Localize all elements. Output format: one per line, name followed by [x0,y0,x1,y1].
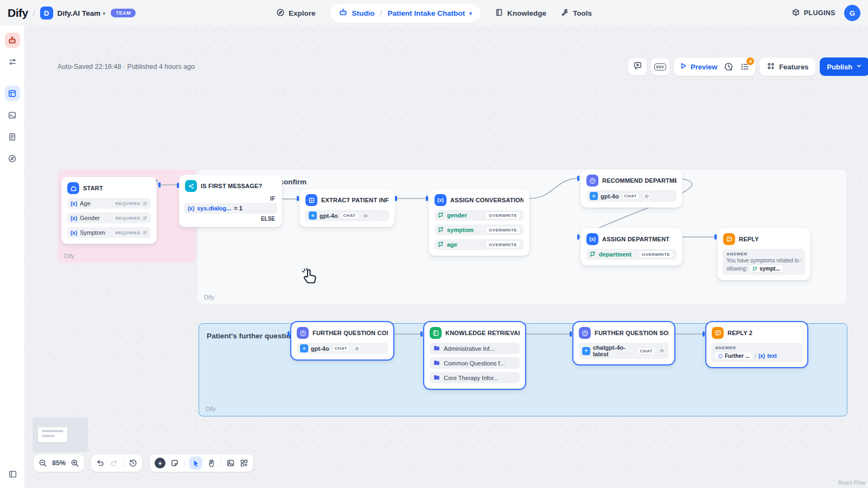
node-title: ASSIGN CONVERSATION VA [450,197,524,203]
assign-row[interactable]: symptom OVERWRITE [435,224,524,235]
chat-mode-badge: CHAT [637,348,655,355]
add-node-button[interactable]: + [155,458,165,468]
answer-preview[interactable]: ANSWER Further ... / (x) text [711,343,802,362]
publish-button[interactable]: Publish [820,57,868,76]
nav-tools[interactable]: Tools [560,8,592,18]
node-assign-department[interactable]: {x} ASSIGN DEPARTMENT department OVERWRI… [580,228,682,266]
nav-plugins[interactable]: PLUGINS [792,8,835,18]
pointer-tool[interactable] [189,457,202,470]
assign-row[interactable]: age OVERWRITE [435,239,524,250]
node-reply-2[interactable]: REPLY 2 ANSWER Further ... / (x) text [705,321,808,368]
features-button[interactable]: Features [760,57,815,76]
node-title: EXTRACT PATIENT INFO [321,197,389,203]
conversation-variable-icon [438,212,444,219]
answer-bubble-icon [723,233,735,245]
node-if-else[interactable]: IS FIRST MESSAGE? IF (x) sys.dialog... =… [179,175,282,227]
answer-label: ANSWER [726,252,801,256]
run-history-button[interactable] [724,62,733,72]
collapse-panel-icon[interactable] [5,466,20,481]
left-sidebar [0,26,25,488]
organize-blocks-icon[interactable] [240,459,248,467]
start-variable-row[interactable]: (x) Age REQUIRED [67,198,151,209]
node-extract-patient-info[interactable]: EXTRACT PATIENT INFO ✳ gpt-4o CHAT [299,189,395,227]
play-icon [679,62,687,72]
sidebar-item-monitoring[interactable] [5,151,20,166]
workspace-avatar[interactable]: D [40,7,53,20]
answer-text: ollowing: [726,266,748,272]
env-variables-button[interactable]: ENV [651,58,669,75]
overwrite-badge: OVERWRITE [486,226,520,234]
hand-tool[interactable] [207,459,216,467]
model-row[interactable]: ✳ gpt-4o CHAT [586,190,676,202]
assign-row[interactable]: gender OVERWRITE [435,210,524,221]
sidebar-item-logs[interactable] [5,129,20,144]
redo-icon[interactable] [110,459,118,467]
node-recommend-department[interactable]: RECOMMEND DEPARTMENT ✳ gpt-4o CHAT [580,169,682,208]
assigner-icon: {x} [435,194,446,206]
start-variable-row[interactable]: (x) Gender REQUIRED [67,213,151,223]
app-name[interactable]: Patient Intake Chatbot [387,9,465,17]
zoom-out-icon[interactable] [39,459,47,467]
preview-button[interactable]: Preview [679,62,717,72]
app-icon[interactable] [5,33,20,48]
knowledge-doc-row[interactable]: Core Therapy Infor... [430,372,520,383]
chevron-down-icon[interactable]: ▾ [469,10,472,16]
start-variable-row[interactable]: (x) Symptom REQUIRED [67,227,151,238]
folder-icon [433,359,440,367]
top-bar: Dify / D Dify.AI Team ▾ TEAM Explore Stu… [0,0,868,26]
user-avatar[interactable]: G [844,5,860,21]
chat-variables-button[interactable] [628,58,647,75]
openai-icon: ✳ [309,211,317,220]
tab-studio[interactable]: Studio [352,9,375,17]
if-branch-label: IF [186,196,275,202]
answer-preview[interactable]: ANSWER You have symptoms related to the … [723,249,805,275]
workspace-name[interactable]: Dify.AI Team [58,9,101,17]
dify-watermark: Dify [64,253,74,259]
assign-row[interactable]: department OVERWRITE [586,249,676,260]
node-title: ASSIGN DEPARTMENT [602,236,669,242]
model-row[interactable]: ✳ gpt-4o CHAT [297,343,388,354]
node-title: REPLY 2 [727,330,752,336]
node-start[interactable]: START (x) Age REQUIRED (x) Gender REQUIR… [61,177,157,244]
knowledge-doc-row[interactable]: Administrative Inf... [430,343,520,354]
llm-robot-icon [579,327,591,339]
openai-icon: ✳ [582,347,590,355]
node-knowledge-retrieval[interactable]: KNOWLEDGE RETRIEVAL Administrative Inf..… [423,321,526,390]
change-history-icon[interactable] [129,459,137,467]
undo-icon[interactable] [96,459,105,467]
checklist-button[interactable]: 4 [740,62,750,72]
zoom-controls: 85% [34,454,84,472]
sidebar-item-orchestrate[interactable] [5,86,20,101]
eye-icon [642,192,651,200]
model-row[interactable]: ✳ chatgpt-4o-latest CHAT [579,343,669,359]
nav-knowledge[interactable]: Knowledge [495,8,546,18]
sidebar-item-api[interactable] [5,107,20,123]
add-note-icon[interactable] [170,459,179,467]
react-flow-attribution: React Flow [838,480,865,486]
llm-robot-icon [297,327,309,339]
chevron-down-icon[interactable]: ▾ [103,10,105,16]
openai-icon: ✳ [300,344,308,352]
breadcrumb-separator: / [33,9,35,17]
app-settings-icon[interactable] [5,54,20,69]
node-further-question-solving[interactable]: FURTHER QUESTION SOLVIN ✳ chatgpt-4o-lat… [572,321,675,365]
zoom-level[interactable]: 85% [52,459,66,467]
assigner-icon: {x} [586,233,598,245]
node-title: REPLY [739,236,759,242]
nav-studio-breadcrumb[interactable]: Studio / Patient Intake Chatbot ▾ [330,4,481,23]
model-row[interactable]: ✳ gpt-4o CHAT [305,210,389,221]
robot-icon [339,8,348,19]
node-assign-conversation-variables[interactable]: {x} ASSIGN CONVERSATION VA gender OVERWR… [429,189,529,256]
nav-tools-label: Tools [573,9,592,17]
node-title: FURTHER QUESTION SOLVIN [595,330,669,336]
node-reply[interactable]: REPLY ANSWER You have symptoms related t… [717,228,810,280]
condition-chip[interactable]: (x) sys.dialog... = 1 [184,203,277,214]
export-image-icon[interactable] [226,459,235,467]
node-further-question-consult[interactable]: FURTHER QUESTION CONSO ✳ gpt-4o CHAT [290,321,394,361]
node-reference-label: Further ... [725,353,750,359]
zoom-in-icon[interactable] [71,459,79,467]
node-title: KNOWLEDGE RETRIEVAL [445,330,520,336]
minimap[interactable] [33,418,88,452]
knowledge-doc-row[interactable]: Common Questions f... [430,357,520,369]
nav-explore[interactable]: Explore [276,8,316,18]
